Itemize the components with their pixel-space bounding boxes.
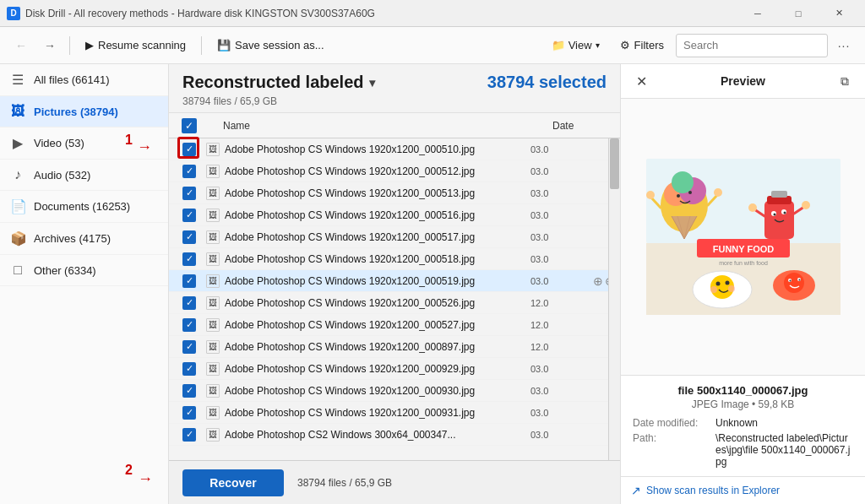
file-name: Adobe Photoshop CS Windows 1920x1200_000…: [225, 385, 530, 397]
file-date: 03.0: [530, 276, 581, 286]
row-checkbox[interactable]: ✓: [182, 318, 196, 332]
row-checkbox[interactable]: ✓: [182, 340, 196, 354]
name-column-header[interactable]: Name: [223, 120, 552, 132]
table-row[interactable]: ✓🖼Adobe Photoshop CS Windows 1920x1200_0…: [169, 314, 620, 336]
table-row[interactable]: ✓🖼Adobe Photoshop CS Windows 1920x1200_0…: [169, 270, 620, 292]
row-checkbox-cell[interactable]: ✓: [174, 296, 204, 310]
resume-scan-button[interactable]: ▶ Resume scanning: [77, 35, 194, 56]
sidebar-item-pictures[interactable]: 🖼 Pictures (38794): [0, 96, 168, 127]
panel-header: ✕ Preview ⧉: [621, 64, 865, 99]
back-button[interactable]: ←: [8, 33, 34, 58]
row-checkbox[interactable]: ✓: [182, 187, 196, 200]
table-row[interactable]: ✓🖼Adobe Photoshop CS Windows 1920x1200_0…: [169, 182, 620, 204]
preview-filename: file 500x1140_000067.jpg: [633, 384, 853, 397]
scrollbar-thumb[interactable]: [610, 138, 619, 189]
row-checkbox[interactable]: ✓: [182, 165, 196, 178]
sidebar-item-all-files[interactable]: ☰ All files (66141): [0, 64, 168, 96]
row-checkbox-cell[interactable]: ✓: [174, 230, 204, 244]
svg-point-16: [646, 191, 655, 199]
row-checkbox[interactable]: ✓: [182, 406, 196, 420]
restore-button[interactable]: □: [779, 0, 818, 27]
search-box[interactable]: [676, 34, 828, 57]
scrollbar-track[interactable]: [608, 138, 620, 460]
table-row[interactable]: ✓🖼Adobe Photoshop CS Windows 1920x1200_0…: [169, 160, 620, 182]
file-name: Adobe Photoshop CS Windows 1920x1200_000…: [225, 341, 530, 353]
row-checkbox[interactable]: ✓: [182, 362, 196, 376]
date-column-header[interactable]: Date: [552, 120, 603, 132]
file-type-icon: 🖼: [204, 296, 221, 310]
row-checkbox-cell[interactable]: ✓: [174, 209, 204, 222]
save-session-button[interactable]: 💾 Save session as...: [209, 35, 333, 56]
row-checkbox[interactable]: ✓: [182, 296, 196, 310]
recover-button[interactable]: Recover: [182, 469, 284, 496]
view-button[interactable]: 📁 View ▾: [543, 35, 608, 56]
row-checkbox-cell[interactable]: ✓: [174, 428, 204, 442]
bottom-bar: Recover 38794 files / 65,9 GB: [169, 460, 620, 504]
row-checkbox-cell[interactable]: ✓: [174, 143, 204, 156]
row-checkbox[interactable]: ✓: [182, 252, 196, 266]
row-checkbox-cell[interactable]: ✓: [174, 384, 204, 398]
file-name: Adobe Photoshop CS Windows 1920x1200_000…: [225, 187, 530, 199]
table-row[interactable]: ✓🖼Adobe Photoshop CS Windows 1920x1200_0…: [169, 336, 620, 358]
folder-title[interactable]: Reconstructed labeled ▾: [182, 73, 375, 92]
row-checkbox[interactable]: ✓: [182, 143, 196, 156]
row-checkbox[interactable]: ✓: [182, 230, 196, 244]
row-checkbox-cell[interactable]: ✓: [174, 362, 204, 376]
row-checkbox-cell[interactable]: ✓: [174, 252, 204, 266]
sidebar-item-other[interactable]: □ Other (6334): [0, 255, 168, 286]
folder-subtitle: 38794 files / 65,9 GB: [169, 95, 620, 112]
search-input[interactable]: [683, 39, 820, 51]
file-type-icon: 🖼: [204, 274, 221, 288]
sidebar-item-documents[interactable]: 📄 Documents (16253): [0, 191, 168, 223]
panel-footer[interactable]: ↗ Show scan results in Explorer: [621, 476, 865, 504]
file-type-icon: 🖼: [204, 252, 221, 266]
table-row[interactable]: ✓🖼Adobe Photoshop CS Windows 1920x1200_0…: [169, 292, 620, 314]
table-row[interactable]: ✓🖼Adobe Photoshop CS Windows 1920x1200_0…: [169, 138, 620, 160]
close-button[interactable]: ✕: [819, 0, 858, 27]
svg-point-26: [773, 214, 775, 216]
panel-copy-button[interactable]: ⧉: [835, 71, 855, 91]
file-type-icon: 🖼: [204, 428, 221, 442]
sidebar-item-archives[interactable]: 📦 Archives (4175): [0, 223, 168, 255]
table-row[interactable]: ✓🖼Adobe Photoshop CS Windows 1920x1200_0…: [169, 204, 620, 226]
row-checkbox[interactable]: ✓: [182, 428, 196, 442]
row-checkbox-cell[interactable]: ✓: [174, 318, 204, 332]
table-row[interactable]: ✓🖼Adobe Photoshop CS Windows 1920x1200_0…: [169, 380, 620, 402]
file-name: Adobe Photoshop CS Windows 1920x1200_000…: [225, 319, 530, 331]
row-checkbox-cell[interactable]: ✓: [174, 165, 204, 178]
dropdown-arrow-icon: ▾: [369, 76, 375, 89]
panel-info: file 500x1140_000067.jpg JPEG Image • 59…: [621, 375, 865, 476]
select-all-column[interactable]: ✓: [174, 118, 204, 133]
right-panel: ✕ Preview ⧉: [620, 64, 865, 504]
selected-count: 38794 selected: [487, 73, 607, 92]
table-row[interactable]: ✓🖼Adobe Photoshop CS Windows 1920x1200_0…: [169, 358, 620, 380]
forward-button[interactable]: →: [37, 33, 63, 58]
folder-icon: 📁: [552, 39, 565, 51]
minimize-button[interactable]: ─: [738, 0, 777, 27]
row-checkbox[interactable]: ✓: [182, 209, 196, 222]
table-row[interactable]: ✓🖼Adobe Photoshop CS Windows 1920x1200_0…: [169, 226, 620, 248]
svg-point-37: [728, 285, 735, 292]
svg-text:more fun with food: more fun with food: [719, 260, 768, 266]
date-modified-label: Date modified:: [633, 417, 709, 429]
file-name: Adobe Photoshop CS Windows 1920x1200_000…: [225, 253, 530, 265]
panel-meta: Date modified: Unknown Path: \Reconstruc…: [633, 417, 853, 468]
panel-close-button[interactable]: ✕: [631, 71, 651, 91]
table-row[interactable]: ✓🖼Adobe Photoshop CS Windows 1920x1200_0…: [169, 248, 620, 270]
recover-row-icon[interactable]: ⊕: [593, 274, 603, 288]
file-name: Adobe Photoshop CS Windows 1920x1200_000…: [225, 231, 530, 243]
row-checkbox-cell[interactable]: ✓: [174, 340, 204, 354]
row-checkbox[interactable]: ✓: [182, 384, 196, 398]
row-checkbox-cell[interactable]: ✓: [174, 187, 204, 200]
select-all-checkbox[interactable]: ✓: [182, 118, 197, 133]
row-checkbox[interactable]: ✓: [182, 274, 196, 288]
file-type-icon: 🖼: [204, 340, 221, 354]
svg-point-39: [784, 273, 804, 293]
row-checkbox-cell[interactable]: ✓: [174, 406, 204, 420]
filters-button[interactable]: ⚙ Filters: [612, 35, 672, 56]
row-checkbox-cell[interactable]: ✓: [174, 274, 204, 288]
table-row[interactable]: ✓🖼Adobe Photoshop CS Windows 1920x1200_0…: [169, 402, 620, 424]
table-row[interactable]: ✓🖼Adobe Photoshop CS2 Windows 300x64_000…: [169, 424, 620, 446]
sidebar-item-audio[interactable]: ♪ Audio (532): [0, 160, 168, 191]
more-button[interactable]: ···: [831, 33, 857, 58]
